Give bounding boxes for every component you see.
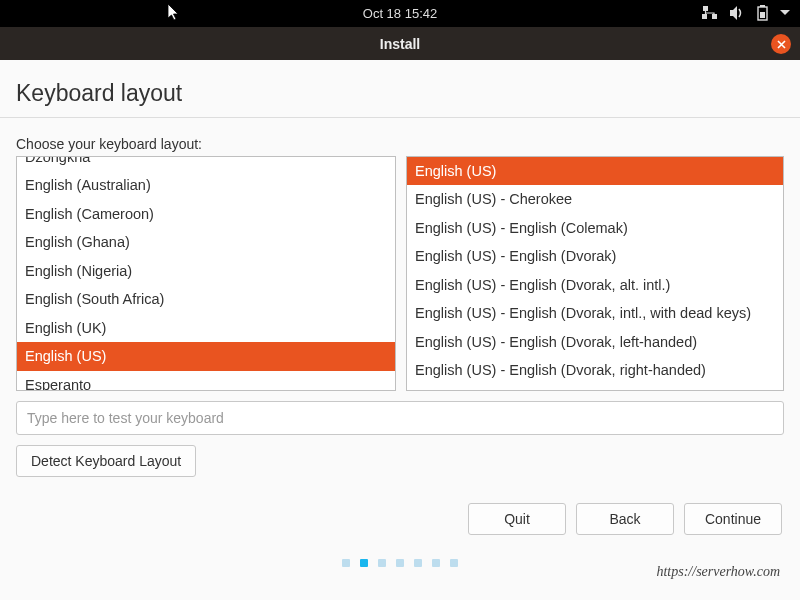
window-title: Install bbox=[380, 36, 420, 52]
progress-dot bbox=[378, 559, 386, 567]
layout-item[interactable]: English (Ghana) bbox=[17, 228, 395, 256]
layout-item[interactable]: English (Australian) bbox=[17, 171, 395, 199]
window-titlebar: Install bbox=[0, 26, 800, 60]
layout-item[interactable]: English (US) bbox=[17, 342, 395, 370]
progress-dot bbox=[414, 559, 422, 567]
keyboard-test-input[interactable] bbox=[16, 401, 784, 435]
back-button[interactable]: Back bbox=[576, 503, 674, 535]
watermark: https://serverhow.com bbox=[656, 564, 780, 580]
choose-label: Choose your keyboard layout: bbox=[16, 136, 784, 152]
svg-rect-0 bbox=[703, 6, 708, 11]
close-button[interactable] bbox=[771, 34, 791, 54]
battery-icon bbox=[757, 5, 768, 21]
svg-rect-5 bbox=[760, 12, 765, 18]
variant-item[interactable]: English (US) - English (Dvorak, alt. int… bbox=[407, 271, 783, 299]
layout-item[interactable]: English (Cameroon) bbox=[17, 200, 395, 228]
variant-item[interactable]: English (US) - English (Dvorak) bbox=[407, 242, 783, 270]
mouse-cursor-icon bbox=[168, 4, 182, 22]
page-title: Keyboard layout bbox=[16, 80, 784, 107]
quit-button[interactable]: Quit bbox=[468, 503, 566, 535]
layout-item[interactable]: Esperanto bbox=[17, 371, 395, 391]
variant-list[interactable]: English (US)English (US) - CherokeeEngli… bbox=[406, 156, 784, 391]
chevron-down-icon bbox=[780, 10, 790, 16]
volume-icon bbox=[730, 6, 745, 20]
progress-dot bbox=[396, 559, 404, 567]
continue-button[interactable]: Continue bbox=[684, 503, 782, 535]
progress-dot bbox=[432, 559, 440, 567]
gnome-topbar: Oct 18 15:42 bbox=[0, 0, 800, 26]
detect-layout-button[interactable]: Detect Keyboard Layout bbox=[16, 445, 196, 477]
layout-list[interactable]: DzongkhaEnglish (Australian)English (Cam… bbox=[16, 156, 396, 391]
installer-page: Keyboard layout Choose your keyboard lay… bbox=[0, 60, 800, 567]
svg-rect-2 bbox=[712, 14, 717, 19]
variant-item[interactable]: English (US) - English (Dvorak, intl., w… bbox=[407, 299, 783, 327]
layout-item[interactable]: English (South Africa) bbox=[17, 285, 395, 313]
layout-item[interactable]: Dzongkha bbox=[17, 156, 395, 171]
divider bbox=[0, 117, 800, 118]
progress-dot bbox=[342, 559, 350, 567]
system-tray[interactable] bbox=[702, 5, 790, 21]
layout-item[interactable]: English (UK) bbox=[17, 314, 395, 342]
progress-dot bbox=[360, 559, 368, 567]
close-icon bbox=[777, 40, 786, 49]
variant-item[interactable]: English (US) - English (Dvorak, left-han… bbox=[407, 328, 783, 356]
network-icon bbox=[702, 6, 718, 20]
variant-item[interactable]: English (US) - English (Dvorak, right-ha… bbox=[407, 356, 783, 384]
variant-item[interactable]: English (US) - English (Colemak) bbox=[407, 214, 783, 242]
variant-item[interactable]: English (US) bbox=[407, 157, 783, 185]
layout-item[interactable]: English (Nigeria) bbox=[17, 257, 395, 285]
progress-dot bbox=[450, 559, 458, 567]
clock: Oct 18 15:42 bbox=[363, 6, 437, 21]
svg-rect-1 bbox=[702, 14, 707, 19]
variant-item[interactable]: English (US) - English (Macintosh) bbox=[407, 385, 783, 391]
variant-item[interactable]: English (US) - Cherokee bbox=[407, 185, 783, 213]
